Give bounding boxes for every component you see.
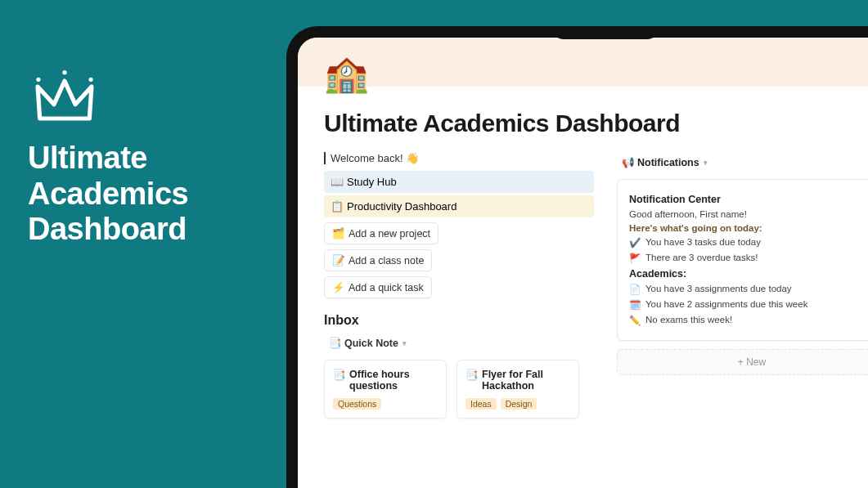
page-title: Ultimate Academics Dashboard <box>324 110 868 137</box>
calendar-icon: 🗓️ <box>629 299 641 311</box>
notification-greeting: Good afternoon, First name! <box>629 209 868 219</box>
notification-center-card[interactable]: Notification Center Good afternoon, Firs… <box>617 179 868 341</box>
promo-title: Ultimate Academics Dashboard <box>28 141 188 248</box>
quick-note-view-toggle[interactable]: 📑 Quick Note ▾ <box>324 334 412 351</box>
inbox-card[interactable]: 📑 Office hours questions Questions <box>324 360 447 419</box>
welcome-text: Welcome back! 👋 <box>324 152 594 164</box>
svg-point-0 <box>36 78 40 82</box>
notifications-view-toggle[interactable]: 📢 Notifications ▾ <box>617 154 713 171</box>
page-cover <box>298 38 868 87</box>
button-label: Add a quick task <box>349 282 424 293</box>
chevron-down-icon: ▾ <box>704 159 708 167</box>
doc-icon: 📑 <box>333 369 344 381</box>
nav-study-hub[interactable]: 📖 Study Hub <box>324 171 594 193</box>
card-title-text: Flyer for Fall Hackathon <box>482 369 570 392</box>
new-notification-button[interactable]: + New <box>617 349 868 375</box>
main-right-column: 📢 Notifications ▾ Notification Center Go… <box>617 152 868 375</box>
add-quick-task-button[interactable]: ⚡ Add a quick task <box>324 276 432 298</box>
notification-item: 🚩 There are 3 overdue tasks! <box>629 253 868 264</box>
doc-icon: 📑 <box>329 337 340 349</box>
flag-icon: 🚩 <box>629 253 641 264</box>
laptop-notch <box>552 26 659 39</box>
button-label: Add a class note <box>349 255 424 266</box>
megaphone-icon: 📢 <box>622 156 633 168</box>
nav-label: Study Hub <box>347 176 397 188</box>
notification-item: ✏️ No exams this week! <box>629 315 868 326</box>
clipboard-icon: 📋 <box>331 200 342 213</box>
paper-icon: 📄 <box>629 284 641 295</box>
folder-icon: 🗂️ <box>332 227 344 240</box>
check-icon: ✔️ <box>629 237 641 248</box>
card-tag[interactable]: Ideas <box>465 398 497 410</box>
notification-item: 🗓️ You have 2 assignments due this week <box>629 299 868 311</box>
notification-today-heading: Here's what's going on today: <box>629 223 868 233</box>
chevron-down-icon: ▾ <box>403 339 407 347</box>
card-tag[interactable]: Questions <box>333 398 381 410</box>
notification-item: ✔️ You have 3 tasks due today <box>629 237 868 248</box>
svg-point-1 <box>62 70 66 74</box>
card-tag[interactable]: Design <box>501 398 537 410</box>
inbox-card[interactable]: 📑 Flyer for Fall Hackathon Ideas Design <box>456 360 579 419</box>
main-left-column: Welcome back! 👋 📖 Study Hub 📋 Productivi… <box>324 152 594 419</box>
pencil-icon: ✏️ <box>629 315 641 326</box>
page-emoji-icon[interactable]: 🏫 <box>324 56 369 92</box>
doc-icon: 📑 <box>465 369 477 381</box>
lightning-icon: ⚡ <box>332 281 344 293</box>
svg-point-2 <box>88 78 92 82</box>
quick-note-label: Quick Note <box>344 338 398 349</box>
nav-label: Productivity Dashboard <box>347 200 456 213</box>
notification-item: 📄 You have 3 assignments due today <box>629 284 868 295</box>
note-icon: 📝 <box>332 254 344 266</box>
laptop-frame: 🏫 Ultimate Academics Dashboard Welcome b… <box>286 26 868 488</box>
crown-icon <box>28 65 101 129</box>
notifications-label: Notifications <box>637 157 699 168</box>
notification-center-title: Notification Center <box>629 194 868 205</box>
notification-academics-heading: Academics: <box>629 268 868 280</box>
card-title-text: Office hours questions <box>349 369 438 392</box>
button-label: Add a new project <box>349 228 430 240</box>
promo-panel: Ultimate Academics Dashboard <box>28 65 188 248</box>
app-screen: 🏫 Ultimate Academics Dashboard Welcome b… <box>298 38 868 488</box>
inbox-cards: 📑 Office hours questions Questions 📑 Fly… <box>324 360 594 419</box>
book-icon: 📖 <box>331 176 342 188</box>
nav-productivity-dashboard[interactable]: 📋 Productivity Dashboard <box>324 195 594 217</box>
add-class-note-button[interactable]: 📝 Add a class note <box>324 249 432 271</box>
add-project-button[interactable]: 🗂️ Add a new project <box>324 222 438 244</box>
inbox-heading: Inbox <box>324 313 594 328</box>
